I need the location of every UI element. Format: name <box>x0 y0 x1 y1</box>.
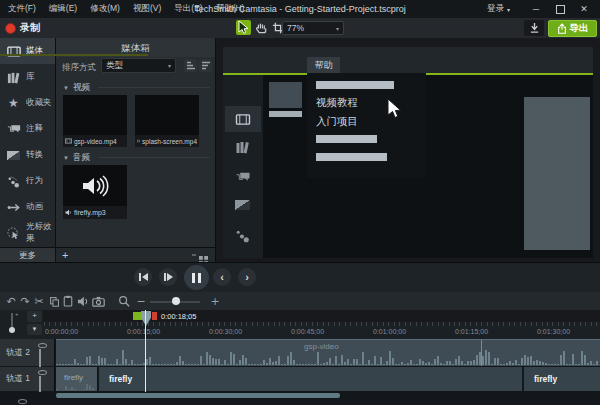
preview-media-thumbnail <box>269 82 302 108</box>
sidebar-item-transitions[interactable]: 转换 <box>0 142 55 168</box>
menu-edit[interactable]: 编辑(E) <box>49 3 77 15</box>
track-2: 轨道 2 gsp-video <box>0 339 600 366</box>
copy-icon <box>49 296 60 307</box>
clip-firefly-3[interactable]: firefly <box>523 367 600 391</box>
cut-button[interactable]: ✂ <box>32 294 46 308</box>
track-visibility-toggle[interactable] <box>38 370 47 375</box>
menu-view[interactable]: 视图(V) <box>133 3 161 15</box>
track-lock-toggle[interactable] <box>39 350 40 368</box>
sort-by-select[interactable]: 类型 ▾ <box>101 58 176 73</box>
download-icon <box>529 22 540 34</box>
sidebar-item-annotations[interactable]: 注释 <box>0 116 55 142</box>
record-button[interactable]: 录制 <box>5 21 40 35</box>
chevron-down-icon: ▾ <box>336 25 339 32</box>
sidebar-item-media[interactable]: 媒体 <box>0 38 55 64</box>
clip-firefly-2[interactable]: firefly <box>98 367 522 391</box>
zoom-level-select[interactable]: 77% ▾ <box>282 21 344 35</box>
undo-button[interactable]: ↶ <box>4 294 18 308</box>
video-canvas[interactable]: 帮助 视频教程 入门项目 <box>223 47 593 258</box>
copy-button[interactable] <box>47 294 61 308</box>
maximize-button[interactable] <box>548 0 572 18</box>
preview-menu-item-tutorials: 视频教程 <box>316 96 358 110</box>
menu-help[interactable]: 帮助(H) <box>216 3 245 15</box>
collapse-tracks-button[interactable]: ▼ <box>27 324 42 335</box>
redo-button[interactable]: ↷ <box>18 294 32 308</box>
export-button[interactable]: 导出 <box>548 20 597 37</box>
filmstrip-icon <box>65 138 72 144</box>
pan-tool-button[interactable] <box>253 20 268 35</box>
step-back-icon <box>139 273 148 281</box>
playhead-line[interactable] <box>145 310 146 392</box>
ruler-label: 0:01:15;00 <box>455 328 488 335</box>
zoom-in-button[interactable]: + <box>208 294 222 308</box>
scrollbar-thumb[interactable] <box>56 393 340 398</box>
time-ruler[interactable]: 0:00:00;000:00:15;000:00:30;000:00:45;00… <box>0 322 600 339</box>
media-item-splash-screen[interactable]: splash-screen.mp4 <box>135 95 199 147</box>
next-frame-button[interactable] <box>159 268 177 286</box>
video-section-header[interactable]: ▼ 视频 <box>63 82 90 94</box>
cursor-tool-button[interactable] <box>236 20 251 35</box>
playhead-strip[interactable] <box>0 310 600 322</box>
sort-desc-icon <box>201 61 211 70</box>
timeline-gutter: + + ▼ <box>0 310 43 339</box>
media-item-gsp-video[interactable]: gsp-video.mp4 <box>63 95 127 147</box>
previous-frame-button[interactable] <box>134 268 152 286</box>
playhead-out-marker[interactable] <box>152 312 157 320</box>
sidebar-item-animations[interactable]: 动画 <box>0 194 55 220</box>
zoom-out-button[interactable]: − <box>134 294 148 308</box>
sidebar-item-cursor-effects[interactable]: 光标效果 <box>0 220 55 246</box>
preview-sidebar <box>223 75 263 258</box>
timeline-zoom-thumb[interactable] <box>172 297 180 305</box>
paste-button[interactable] <box>61 294 75 308</box>
panel-accent-line <box>0 54 148 56</box>
video-thumbnail <box>135 95 199 135</box>
add-track-button[interactable]: + <box>27 311 42 322</box>
sort-descending-button[interactable] <box>199 59 212 72</box>
camera-icon <box>92 296 105 307</box>
preview-menubar <box>223 47 593 73</box>
tools-sidebar: 媒体 库 ★ 收藏夹 注释 转换 行为 <box>0 38 55 247</box>
zoom-timeline-button[interactable] <box>117 294 131 308</box>
menu-item-placeholder <box>316 81 394 89</box>
track-visibility-toggle[interactable] <box>38 343 47 348</box>
magnifier-icon <box>118 295 130 307</box>
close-button[interactable]: ✕ <box>572 0 596 18</box>
add-media-button[interactable]: + <box>62 248 68 262</box>
track-1-header: 轨道 1 <box>0 367 55 391</box>
download-button[interactable] <box>524 20 544 36</box>
minimize-button[interactable]: ─ <box>524 0 548 18</box>
jump-back-button[interactable]: ‹ <box>213 268 231 286</box>
audio-section-header[interactable]: ▼ 音频 <box>63 152 90 164</box>
speaker-icon <box>77 296 89 307</box>
screenshot-button[interactable] <box>91 294 105 308</box>
main-toolbar: 录制 77% ▾ <box>0 18 600 38</box>
sidebar-item-library[interactable]: 库 <box>0 64 55 90</box>
media-item-firefly[interactable]: firefly.mp3 <box>63 165 127 219</box>
sort-ascending-button[interactable] <box>184 59 197 72</box>
pause-button[interactable] <box>184 265 209 290</box>
star-icon: ★ <box>6 96 21 111</box>
timeline-scrollbar[interactable] <box>0 392 600 399</box>
clip-gsp-video[interactable]: gsp-video <box>56 339 600 366</box>
step-forward-icon <box>164 273 173 281</box>
menu-export[interactable]: 导出(E) <box>174 3 202 15</box>
speech-bubble-icon <box>235 170 251 188</box>
timeline-panel: ↶ ↷ ✂ − + 0:00:00;000:00: <box>0 292 600 405</box>
clipboard-icon <box>63 295 73 307</box>
chevron-down-icon: ▾ <box>507 6 510 13</box>
filmstrip-icon <box>6 44 21 59</box>
clip-firefly-1[interactable]: firefly <box>56 367 97 391</box>
sign-in-button[interactable]: 登录 ▾ <box>487 3 510 15</box>
cursor-effects-icon <box>6 226 21 241</box>
menu-modify[interactable]: 修改(M) <box>90 3 120 15</box>
more-button[interactable]: 更多 <box>0 247 55 262</box>
sidebar-item-behaviors[interactable]: 行为 <box>0 168 55 194</box>
jump-forward-button[interactable]: › <box>238 268 256 286</box>
sidebar-item-favorites[interactable]: ★ 收藏夹 <box>0 90 55 116</box>
menu-file[interactable]: 文件(F) <box>8 3 36 15</box>
track-height-thumb[interactable] <box>9 327 15 333</box>
split-audio-button[interactable] <box>76 294 90 308</box>
eye-icon[interactable] <box>18 399 27 404</box>
playhead-in-marker[interactable] <box>133 312 142 320</box>
menu-item-placeholder <box>316 135 377 143</box>
